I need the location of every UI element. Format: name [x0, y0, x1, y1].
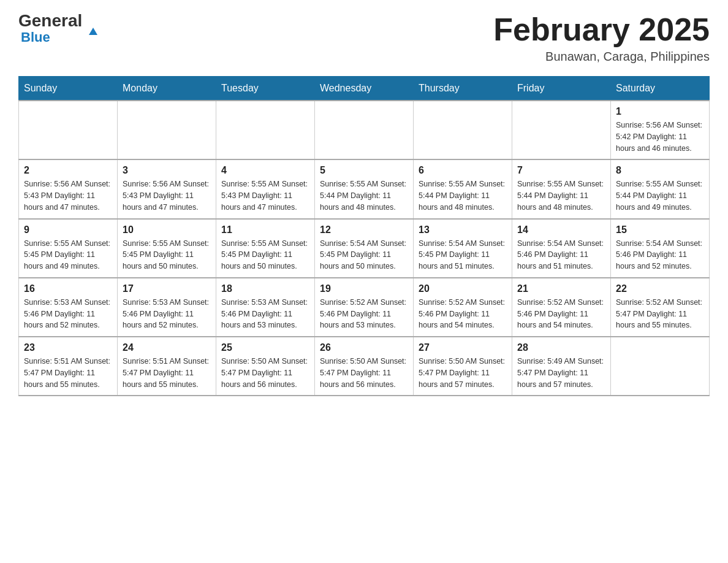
day-info: Sunrise: 5:55 AM Sunset: 5:45 PM Dayligh…	[123, 238, 211, 272]
day-info: Sunrise: 5:52 AM Sunset: 5:47 PM Dayligh…	[616, 297, 704, 331]
table-row: 13Sunrise: 5:54 AM Sunset: 5:45 PM Dayli…	[414, 219, 512, 278]
day-info: Sunrise: 5:55 AM Sunset: 5:45 PM Dayligh…	[221, 238, 309, 272]
calendar-week-row: 16Sunrise: 5:53 AM Sunset: 5:46 PM Dayli…	[19, 278, 710, 337]
day-info: Sunrise: 5:52 AM Sunset: 5:46 PM Dayligh…	[320, 297, 408, 331]
day-number: 25	[221, 342, 309, 353]
table-row: 20Sunrise: 5:52 AM Sunset: 5:46 PM Dayli…	[414, 278, 512, 337]
header-monday: Monday	[118, 77, 216, 101]
day-info: Sunrise: 5:55 AM Sunset: 5:43 PM Dayligh…	[221, 178, 309, 213]
day-number: 8	[616, 165, 704, 176]
day-info: Sunrise: 5:50 AM Sunset: 5:47 PM Dayligh…	[320, 356, 408, 390]
table-row: 16Sunrise: 5:53 AM Sunset: 5:46 PM Dayli…	[19, 278, 118, 337]
day-info: Sunrise: 5:51 AM Sunset: 5:47 PM Dayligh…	[24, 356, 112, 390]
table-row	[512, 101, 611, 159]
page-header: General Blue February 2025 Bunawan, Cara…	[18, 12, 710, 64]
day-info: Sunrise: 5:50 AM Sunset: 5:47 PM Dayligh…	[221, 356, 309, 390]
month-title: February 2025	[493, 12, 710, 47]
table-row: 22Sunrise: 5:52 AM Sunset: 5:47 PM Dayli…	[611, 278, 710, 337]
header-tuesday: Tuesday	[216, 77, 315, 101]
svg-marker-0	[89, 28, 97, 35]
table-row: 4Sunrise: 5:55 AM Sunset: 5:43 PM Daylig…	[216, 159, 315, 218]
day-number: 20	[419, 283, 507, 294]
day-info: Sunrise: 5:55 AM Sunset: 5:44 PM Dayligh…	[419, 178, 507, 213]
table-row: 18Sunrise: 5:53 AM Sunset: 5:46 PM Dayli…	[216, 278, 315, 337]
table-row: 15Sunrise: 5:54 AM Sunset: 5:46 PM Dayli…	[611, 219, 710, 278]
header-thursday: Thursday	[414, 77, 512, 101]
table-row: 1Sunrise: 5:56 AM Sunset: 5:42 PM Daylig…	[611, 101, 710, 159]
day-number: 15	[616, 224, 704, 236]
day-info: Sunrise: 5:54 AM Sunset: 5:45 PM Dayligh…	[320, 238, 408, 272]
day-info: Sunrise: 5:55 AM Sunset: 5:45 PM Dayligh…	[24, 238, 112, 272]
calendar-week-row: 9Sunrise: 5:55 AM Sunset: 5:45 PM Daylig…	[19, 219, 710, 278]
day-number: 23	[24, 342, 112, 353]
day-number: 12	[320, 224, 408, 236]
day-number: 4	[221, 165, 309, 176]
table-row: 11Sunrise: 5:55 AM Sunset: 5:45 PM Dayli…	[216, 219, 315, 278]
table-row	[19, 101, 118, 159]
day-number: 26	[320, 342, 408, 353]
table-row: 28Sunrise: 5:49 AM Sunset: 5:47 PM Dayli…	[512, 337, 611, 396]
table-row	[414, 101, 512, 159]
day-number: 13	[419, 224, 507, 236]
day-info: Sunrise: 5:56 AM Sunset: 5:43 PM Dayligh…	[123, 178, 211, 213]
day-number: 27	[419, 342, 507, 353]
calendar-table: Sunday Monday Tuesday Wednesday Thursday…	[18, 76, 710, 396]
day-number: 17	[123, 283, 211, 294]
table-row: 7Sunrise: 5:55 AM Sunset: 5:44 PM Daylig…	[512, 159, 611, 218]
logo-general: General	[18, 12, 89, 29]
day-number: 18	[221, 283, 309, 294]
table-row: 2Sunrise: 5:56 AM Sunset: 5:43 PM Daylig…	[19, 159, 118, 218]
table-row: 26Sunrise: 5:50 AM Sunset: 5:47 PM Dayli…	[315, 337, 414, 396]
day-info: Sunrise: 5:56 AM Sunset: 5:43 PM Dayligh…	[24, 178, 112, 213]
table-row: 25Sunrise: 5:50 AM Sunset: 5:47 PM Dayli…	[216, 337, 315, 396]
table-row	[315, 101, 414, 159]
day-info: Sunrise: 5:56 AM Sunset: 5:42 PM Dayligh…	[616, 120, 704, 154]
day-number: 10	[123, 224, 211, 236]
table-row: 24Sunrise: 5:51 AM Sunset: 5:47 PM Dayli…	[118, 337, 216, 396]
day-info: Sunrise: 5:54 AM Sunset: 5:46 PM Dayligh…	[517, 238, 605, 272]
day-number: 1	[616, 106, 704, 117]
day-info: Sunrise: 5:50 AM Sunset: 5:47 PM Dayligh…	[419, 356, 507, 390]
calendar-week-row: 1Sunrise: 5:56 AM Sunset: 5:42 PM Daylig…	[19, 101, 710, 159]
table-row	[216, 101, 315, 159]
day-info: Sunrise: 5:54 AM Sunset: 5:46 PM Dayligh…	[616, 238, 704, 272]
day-number: 9	[24, 224, 112, 236]
day-number: 11	[221, 224, 309, 236]
logo: General Blue	[18, 12, 89, 45]
day-number: 24	[123, 342, 211, 353]
table-row: 6Sunrise: 5:55 AM Sunset: 5:44 PM Daylig…	[414, 159, 512, 218]
day-number: 2	[24, 165, 112, 176]
day-info: Sunrise: 5:55 AM Sunset: 5:44 PM Dayligh…	[616, 178, 704, 213]
day-info: Sunrise: 5:53 AM Sunset: 5:46 PM Dayligh…	[221, 297, 309, 331]
header-saturday: Saturday	[611, 77, 710, 101]
table-row: 12Sunrise: 5:54 AM Sunset: 5:45 PM Dayli…	[315, 219, 414, 278]
day-number: 22	[616, 283, 704, 294]
table-row	[611, 337, 710, 396]
table-row: 27Sunrise: 5:50 AM Sunset: 5:47 PM Dayli…	[414, 337, 512, 396]
table-row: 8Sunrise: 5:55 AM Sunset: 5:44 PM Daylig…	[611, 159, 710, 218]
day-info: Sunrise: 5:52 AM Sunset: 5:46 PM Dayligh…	[517, 297, 605, 331]
day-info: Sunrise: 5:52 AM Sunset: 5:46 PM Dayligh…	[419, 297, 507, 331]
table-row: 3Sunrise: 5:56 AM Sunset: 5:43 PM Daylig…	[118, 159, 216, 218]
table-row: 14Sunrise: 5:54 AM Sunset: 5:46 PM Dayli…	[512, 219, 611, 278]
table-row: 10Sunrise: 5:55 AM Sunset: 5:45 PM Dayli…	[118, 219, 216, 278]
day-number: 5	[320, 165, 408, 176]
location: Bunawan, Caraga, Philippines	[493, 50, 710, 64]
weekday-header-row: Sunday Monday Tuesday Wednesday Thursday…	[19, 77, 710, 101]
table-row: 19Sunrise: 5:52 AM Sunset: 5:46 PM Dayli…	[315, 278, 414, 337]
day-info: Sunrise: 5:55 AM Sunset: 5:44 PM Dayligh…	[517, 178, 605, 213]
day-number: 21	[517, 283, 605, 294]
header-wednesday: Wednesday	[315, 77, 414, 101]
day-info: Sunrise: 5:51 AM Sunset: 5:47 PM Dayligh…	[123, 356, 211, 390]
header-friday: Friday	[512, 77, 611, 101]
calendar-week-row: 2Sunrise: 5:56 AM Sunset: 5:43 PM Daylig…	[19, 159, 710, 218]
day-number: 28	[517, 342, 605, 353]
day-number: 3	[123, 165, 211, 176]
day-number: 7	[517, 165, 605, 176]
calendar-week-row: 23Sunrise: 5:51 AM Sunset: 5:47 PM Dayli…	[19, 337, 710, 396]
day-info: Sunrise: 5:53 AM Sunset: 5:46 PM Dayligh…	[123, 297, 211, 331]
table-row: 21Sunrise: 5:52 AM Sunset: 5:46 PM Dayli…	[512, 278, 611, 337]
day-number: 14	[517, 224, 605, 236]
table-row	[118, 101, 216, 159]
title-block: February 2025 Bunawan, Caraga, Philippin…	[493, 12, 710, 64]
